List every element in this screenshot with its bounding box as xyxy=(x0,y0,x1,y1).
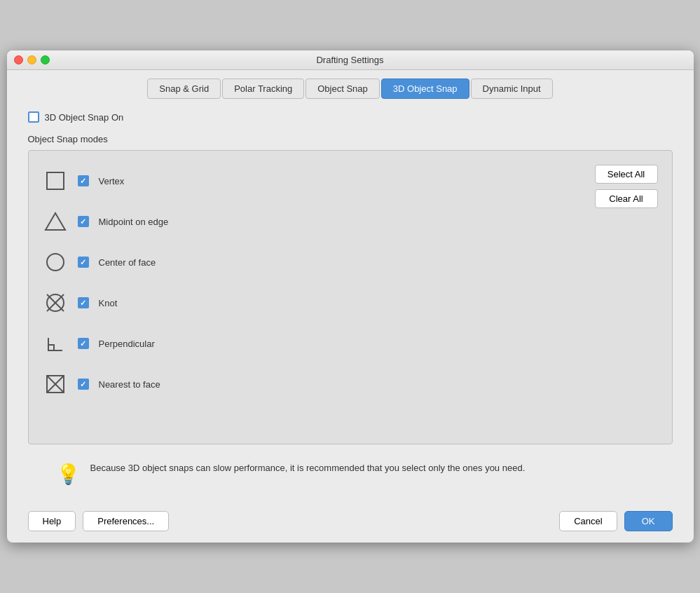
svg-point-2 xyxy=(47,254,64,271)
svg-rect-8 xyxy=(48,345,54,350)
footer-left: Help Preferences... xyxy=(28,511,170,531)
window-controls xyxy=(14,55,50,64)
center-label: Center of face xyxy=(99,257,156,268)
minimize-button[interactable] xyxy=(27,55,36,64)
nearest-icon xyxy=(43,372,68,397)
modes-panel: Select All Clear All Vertex xyxy=(28,150,673,444)
tab-object-snap[interactable]: Object Snap xyxy=(306,79,380,99)
svg-rect-0 xyxy=(47,172,64,189)
nearest-checkbox[interactable] xyxy=(78,379,89,390)
select-clear-column: Select All Clear All xyxy=(595,165,658,208)
tip-section: 💡 Because 3D object snaps can slow perfo… xyxy=(28,461,673,486)
snap-on-checkbox[interactable] xyxy=(28,111,39,123)
footer-right: Cancel OK xyxy=(559,511,672,531)
center-icon xyxy=(43,250,68,275)
select-all-button[interactable]: Select All xyxy=(595,165,658,184)
snap-item-knot: Knot xyxy=(43,290,658,315)
help-button[interactable]: Help xyxy=(28,511,76,531)
window-title: Drafting Settings xyxy=(316,55,383,65)
main-content: 3D Object Snap On Object Snap modes Sele… xyxy=(7,104,694,500)
vertex-checkbox[interactable] xyxy=(78,175,89,186)
tab-dynamic-input[interactable]: Dynamic Input xyxy=(471,79,553,99)
modes-section-label: Object Snap modes xyxy=(28,134,673,144)
snap-on-row: 3D Object Snap On xyxy=(28,111,673,123)
snap-item-perpendicular: Perpendicular xyxy=(43,331,658,356)
perpendicular-checkbox[interactable] xyxy=(78,338,89,349)
vertex-icon xyxy=(43,168,68,193)
footer: Help Preferences... Cancel OK xyxy=(7,500,694,543)
tab-polar-tracking[interactable]: Polar Tracking xyxy=(222,79,304,99)
drafting-settings-window: Drafting Settings Snap & Grid Polar Trac… xyxy=(7,50,694,543)
midpoint-label: Midpoint on edge xyxy=(99,217,169,227)
midpoint-checkbox[interactable] xyxy=(78,216,89,227)
snap-on-label: 3D Object Snap On xyxy=(45,112,124,123)
midpoint-icon xyxy=(43,209,68,234)
snap-item-vertex: Vertex xyxy=(43,168,658,193)
snap-item-center: Center of face xyxy=(43,250,658,275)
close-button[interactable] xyxy=(14,55,23,64)
cancel-button[interactable]: Cancel xyxy=(559,511,617,531)
knot-label: Knot xyxy=(99,298,118,308)
vertex-label: Vertex xyxy=(99,176,125,186)
tip-text: Because 3D object snaps can slow perform… xyxy=(90,461,526,475)
title-bar: Drafting Settings xyxy=(7,50,694,70)
tab-bar: Snap & Grid Polar Tracking Object Snap 3… xyxy=(7,70,694,104)
svg-marker-1 xyxy=(46,213,65,230)
perpendicular-label: Perpendicular xyxy=(99,339,155,349)
snap-item-midpoint: Midpoint on edge xyxy=(43,209,658,234)
lightbulb-icon: 💡 xyxy=(56,463,81,486)
maximize-button[interactable] xyxy=(41,55,50,64)
perpendicular-icon xyxy=(43,331,68,356)
nearest-label: Nearest to face xyxy=(99,379,160,390)
tab-snap-grid[interactable]: Snap & Grid xyxy=(147,79,221,99)
clear-all-button[interactable]: Clear All xyxy=(595,189,658,208)
snap-items-list: Vertex Midpoint on edge xyxy=(43,165,658,397)
center-checkbox[interactable] xyxy=(78,257,89,268)
knot-icon xyxy=(43,290,68,315)
ok-button[interactable]: OK xyxy=(624,511,673,531)
knot-checkbox[interactable] xyxy=(78,297,89,308)
tab-3d-object-snap[interactable]: 3D Object Snap xyxy=(381,79,469,99)
preferences-button[interactable]: Preferences... xyxy=(83,511,169,531)
snap-item-nearest: Nearest to face xyxy=(43,372,658,397)
